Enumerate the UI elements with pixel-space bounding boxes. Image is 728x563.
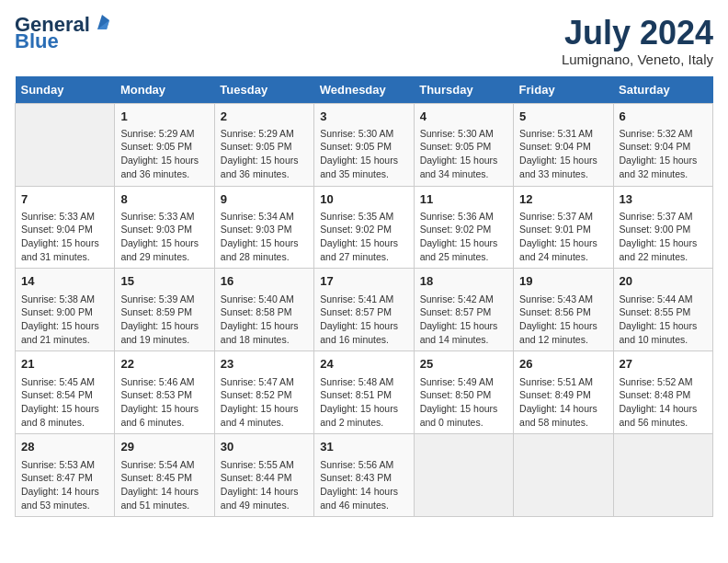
day-info: Sunrise: 5:39 AM Sunset: 8:59 PM Dayligh… (120, 293, 208, 347)
day-number: 8 (120, 191, 208, 208)
day-number: 9 (221, 191, 308, 208)
calendar-cell: 5Sunrise: 5:31 AM Sunset: 9:04 PM Daylig… (514, 103, 613, 186)
day-number: 7 (21, 191, 108, 208)
day-number: 15 (120, 273, 208, 290)
day-number: 31 (320, 439, 407, 455)
calendar-cell: 26Sunrise: 5:51 AM Sunset: 8:49 PM Dayli… (514, 351, 613, 434)
calendar-cell: 22Sunrise: 5:46 AM Sunset: 8:53 PM Dayli… (115, 351, 214, 434)
day-info: Sunrise: 5:36 AM Sunset: 9:02 PM Dayligh… (420, 210, 507, 264)
day-info: Sunrise: 5:37 AM Sunset: 9:01 PM Dayligh… (519, 210, 607, 264)
calendar-cell: 24Sunrise: 5:48 AM Sunset: 8:51 PM Dayli… (314, 351, 414, 434)
logo: General Blue (15, 15, 112, 52)
day-info: Sunrise: 5:33 AM Sunset: 9:04 PM Dayligh… (21, 210, 108, 264)
day-info: Sunrise: 5:32 AM Sunset: 9:04 PM Dayligh… (620, 127, 707, 181)
title-block: July 2024 Lumignano, Veneto, Italy (562, 15, 713, 67)
week-row-2: 7Sunrise: 5:33 AM Sunset: 9:04 PM Daylig… (16, 186, 713, 269)
calendar-cell (16, 103, 115, 186)
calendar-cell: 27Sunrise: 5:52 AM Sunset: 8:48 PM Dayli… (613, 351, 712, 434)
day-info: Sunrise: 5:44 AM Sunset: 8:55 PM Dayligh… (620, 293, 707, 347)
calendar-table: SundayMondayTuesdayWednesdayThursdayFrid… (15, 76, 713, 518)
calendar-cell: 3Sunrise: 5:30 AM Sunset: 9:05 PM Daylig… (314, 103, 414, 186)
calendar-cell: 1Sunrise: 5:29 AM Sunset: 9:05 PM Daylig… (115, 103, 214, 186)
week-row-5: 28Sunrise: 5:53 AM Sunset: 8:47 PM Dayli… (16, 434, 713, 517)
calendar-cell: 13Sunrise: 5:37 AM Sunset: 9:00 PM Dayli… (613, 186, 712, 269)
day-info: Sunrise: 5:29 AM Sunset: 9:05 PM Dayligh… (120, 127, 208, 181)
calendar-cell: 28Sunrise: 5:53 AM Sunset: 8:47 PM Dayli… (16, 434, 115, 517)
calendar-cell: 23Sunrise: 5:47 AM Sunset: 8:52 PM Dayli… (214, 351, 313, 434)
calendar-cell: 12Sunrise: 5:37 AM Sunset: 9:01 PM Dayli… (514, 186, 613, 269)
day-info: Sunrise: 5:31 AM Sunset: 9:04 PM Dayligh… (519, 127, 607, 181)
week-row-1: 1Sunrise: 5:29 AM Sunset: 9:05 PM Daylig… (16, 103, 713, 186)
day-number: 28 (21, 439, 108, 455)
week-row-3: 14Sunrise: 5:38 AM Sunset: 9:00 PM Dayli… (16, 269, 713, 351)
day-number: 2 (221, 109, 308, 125)
day-number: 4 (420, 109, 507, 125)
day-info: Sunrise: 5:46 AM Sunset: 8:53 PM Dayligh… (120, 375, 208, 430)
day-number: 21 (21, 356, 108, 373)
calendar-cell: 16Sunrise: 5:40 AM Sunset: 8:58 PM Dayli… (214, 269, 313, 351)
day-info: Sunrise: 5:42 AM Sunset: 8:57 PM Dayligh… (420, 293, 507, 347)
day-info: Sunrise: 5:53 AM Sunset: 8:47 PM Dayligh… (21, 458, 108, 512)
day-info: Sunrise: 5:41 AM Sunset: 8:57 PM Dayligh… (320, 293, 407, 347)
col-header-saturday: Saturday (613, 76, 712, 104)
col-header-friday: Friday (514, 76, 613, 104)
day-number: 19 (519, 273, 607, 290)
calendar-cell: 21Sunrise: 5:45 AM Sunset: 8:54 PM Dayli… (16, 351, 115, 434)
day-number: 14 (21, 273, 108, 290)
day-number: 22 (120, 356, 208, 373)
calendar-cell: 31Sunrise: 5:56 AM Sunset: 8:43 PM Dayli… (314, 434, 414, 517)
calendar-cell: 20Sunrise: 5:44 AM Sunset: 8:55 PM Dayli… (613, 269, 712, 351)
day-info: Sunrise: 5:30 AM Sunset: 9:05 PM Dayligh… (320, 127, 407, 181)
col-header-sunday: Sunday (16, 76, 115, 104)
calendar-cell: 4Sunrise: 5:30 AM Sunset: 9:05 PM Daylig… (414, 103, 513, 186)
day-info: Sunrise: 5:49 AM Sunset: 8:50 PM Dayligh… (420, 375, 507, 430)
day-number: 23 (221, 356, 308, 373)
calendar-cell: 6Sunrise: 5:32 AM Sunset: 9:04 PM Daylig… (613, 103, 712, 186)
logo-icon (92, 13, 112, 33)
day-number: 12 (519, 191, 607, 208)
day-info: Sunrise: 5:37 AM Sunset: 9:00 PM Dayligh… (620, 210, 707, 264)
day-info: Sunrise: 5:48 AM Sunset: 8:51 PM Dayligh… (320, 375, 407, 430)
calendar-cell (514, 434, 613, 517)
calendar-cell: 25Sunrise: 5:49 AM Sunset: 8:50 PM Dayli… (414, 351, 513, 434)
day-number: 17 (320, 273, 407, 290)
day-info: Sunrise: 5:34 AM Sunset: 9:03 PM Dayligh… (221, 210, 308, 264)
week-row-4: 21Sunrise: 5:45 AM Sunset: 8:54 PM Dayli… (16, 351, 713, 434)
day-info: Sunrise: 5:56 AM Sunset: 8:43 PM Dayligh… (320, 458, 407, 512)
month-year-title: July 2024 (562, 15, 713, 52)
day-number: 30 (221, 439, 308, 455)
day-number: 11 (420, 191, 507, 208)
calendar-cell: 17Sunrise: 5:41 AM Sunset: 8:57 PM Dayli… (314, 269, 414, 351)
calendar-cell: 2Sunrise: 5:29 AM Sunset: 9:05 PM Daylig… (214, 103, 313, 186)
calendar-cell: 7Sunrise: 5:33 AM Sunset: 9:04 PM Daylig… (16, 186, 115, 269)
calendar-cell: 14Sunrise: 5:38 AM Sunset: 9:00 PM Dayli… (16, 269, 115, 351)
header-row: SundayMondayTuesdayWednesdayThursdayFrid… (16, 76, 713, 104)
day-info: Sunrise: 5:29 AM Sunset: 9:05 PM Dayligh… (221, 127, 308, 181)
day-number: 27 (620, 356, 707, 373)
calendar-cell (414, 434, 513, 517)
day-info: Sunrise: 5:38 AM Sunset: 9:00 PM Dayligh… (21, 293, 108, 347)
page-header: General Blue July 2024 Lumignano, Veneto… (15, 15, 713, 67)
day-number: 10 (320, 191, 407, 208)
day-number: 16 (221, 273, 308, 290)
day-number: 6 (620, 109, 707, 125)
day-info: Sunrise: 5:35 AM Sunset: 9:02 PM Dayligh… (320, 210, 407, 264)
calendar-cell: 19Sunrise: 5:43 AM Sunset: 8:56 PM Dayli… (514, 269, 613, 351)
day-info: Sunrise: 5:55 AM Sunset: 8:44 PM Dayligh… (221, 458, 308, 512)
calendar-cell: 8Sunrise: 5:33 AM Sunset: 9:03 PM Daylig… (115, 186, 214, 269)
day-info: Sunrise: 5:52 AM Sunset: 8:48 PM Dayligh… (620, 375, 707, 430)
day-number: 3 (320, 109, 407, 125)
calendar-cell: 18Sunrise: 5:42 AM Sunset: 8:57 PM Dayli… (414, 269, 513, 351)
day-number: 24 (320, 356, 407, 373)
calendar-cell: 15Sunrise: 5:39 AM Sunset: 8:59 PM Dayli… (115, 269, 214, 351)
day-number: 13 (620, 191, 707, 208)
calendar-cell: 11Sunrise: 5:36 AM Sunset: 9:02 PM Dayli… (414, 186, 513, 269)
col-header-wednesday: Wednesday (314, 76, 414, 104)
day-info: Sunrise: 5:54 AM Sunset: 8:45 PM Dayligh… (120, 458, 208, 512)
day-number: 1 (120, 109, 208, 125)
col-header-thursday: Thursday (414, 76, 513, 104)
col-header-monday: Monday (115, 76, 214, 104)
day-info: Sunrise: 5:40 AM Sunset: 8:58 PM Dayligh… (221, 293, 308, 347)
calendar-cell (613, 434, 712, 517)
day-number: 20 (620, 273, 707, 290)
